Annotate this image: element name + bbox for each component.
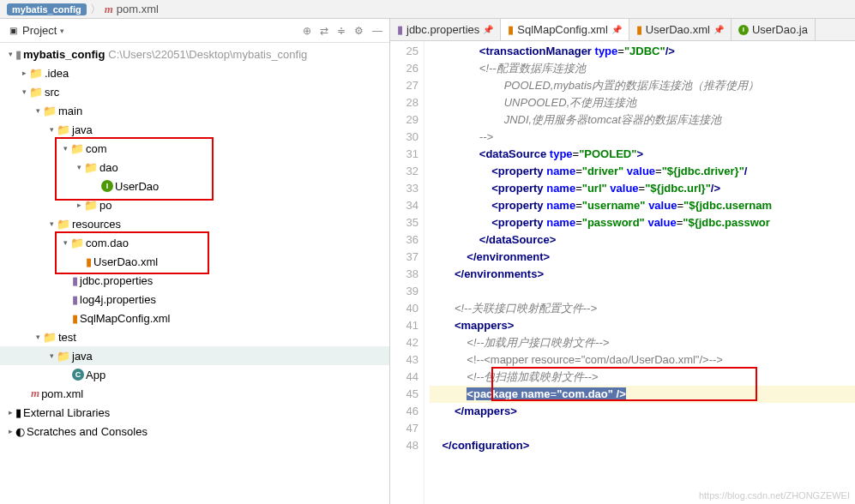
tree-java[interactable]: ▾📁java [0,120,389,139]
tree-userdao[interactable]: IUserDao [0,177,389,195]
properties-icon: ▮ [397,23,403,36]
target-icon[interactable]: ⊕ [303,25,311,37]
tree-test[interactable]: ▾📁test [0,327,389,346]
tree-com[interactable]: ▾📁com [0,139,389,158]
tab-userdaoja[interactable]: IUserDao.ja [732,19,816,40]
breadcrumb-project[interactable]: mybatis_config [7,3,87,15]
scratches-icon: ◐ [15,425,25,438]
editor-tabs: ▮jdbc.properties📌 ▮SqlMapConfig.xml📌 ▮Us… [390,19,855,41]
tree-po[interactable]: ▸📁po [0,195,389,214]
chevron-right-icon: 〉 [90,2,101,17]
project-tool-header: ▣ Project ▾ ⊕ ⇄ ≑ ⚙ — [0,19,389,43]
tree-scratches[interactable]: ▸◐Scratches and Consoles [0,422,389,441]
tab-sqlmap[interactable]: ▮SqlMapConfig.xml📌 [501,19,629,40]
code-editor[interactable]: 2526272829303132333435363738394041424344… [390,41,855,504]
interface-icon: I [101,180,113,192]
tree-resources[interactable]: ▾📁resources [0,214,389,233]
pin-icon: 📌 [483,25,493,34]
library-icon: ▮ [15,406,21,419]
tree-userdaoxml[interactable]: ▮UserDao.xml [0,252,389,271]
expand-icon[interactable]: ⇄ [320,25,328,37]
tab-jdbc[interactable]: ▮jdbc.properties📌 [390,19,501,40]
xml-icon: ▮ [636,23,642,36]
tree-java2[interactable]: ▾📁java [0,346,389,365]
tree-root[interactable]: ▾▮mybatis_configC:\Users\22051\Desktop\m… [0,45,389,63]
tree-log4jprop[interactable]: ▮log4j.properties [0,290,389,309]
pin-icon: 📌 [611,25,622,34]
code-area[interactable]: <transactionManager type="JDBC"/> <!--配置… [424,41,855,504]
properties-icon: ▮ [72,293,78,306]
breadcrumb-file[interactable]: pom.xml [117,3,159,15]
tree-dao[interactable]: ▾📁dao [0,158,389,177]
project-icon: ▣ [7,25,19,37]
tree-extlib[interactable]: ▸▮External Libraries [0,403,389,422]
class-icon: C [72,369,84,381]
tab-userdaoxml[interactable]: ▮UserDao.xml📌 [629,19,732,40]
minimize-icon[interactable]: — [372,25,382,37]
pin-icon: 📌 [714,25,724,34]
maven-icon: m [31,387,39,400]
tree-idea[interactable]: ▸📁.idea [0,63,389,82]
xml-icon: ▮ [508,23,514,36]
tree-pom[interactable]: mpom.xml [0,384,389,403]
properties-icon: ▮ [72,274,78,287]
tree-main[interactable]: ▾📁main [0,101,389,120]
gear-icon[interactable]: ⚙ [354,25,364,37]
tree-jdbcprop[interactable]: ▮jdbc.properties [0,271,389,290]
tree-comdao[interactable]: ▾📁com.dao [0,233,389,252]
xml-icon: ▮ [86,255,92,268]
breadcrumb: mybatis_config 〉 m pom.xml [0,0,855,19]
chevron-down-icon[interactable]: ▾ [60,27,64,35]
project-tree[interactable]: ▾▮mybatis_configC:\Users\22051\Desktop\m… [0,43,389,442]
tree-src[interactable]: ▾📁src [0,82,389,101]
tree-sqlmap[interactable]: ▮SqlMapConfig.xml [0,309,389,327]
collapse-icon[interactable]: ≑ [337,25,346,37]
xml-icon: ▮ [72,312,78,325]
maven-icon: m [105,3,113,16]
project-panel-title: Project [22,24,57,37]
tree-app[interactable]: CApp [0,365,389,384]
interface-icon: I [738,25,749,35]
gutter: 2526272829303132333435363738394041424344… [390,41,424,504]
